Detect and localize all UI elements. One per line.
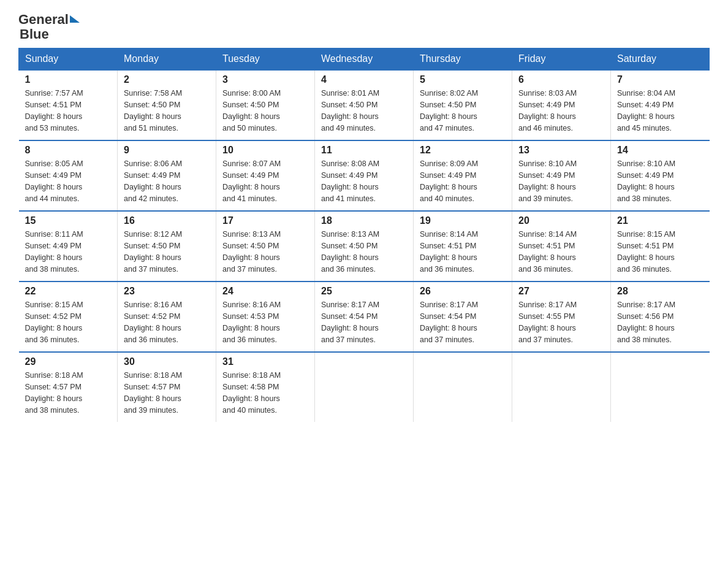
calendar-cell: 28 Sunrise: 8:17 AM Sunset: 4:56 PM Dayl…: [611, 282, 710, 352]
day-info: Sunrise: 8:17 AM Sunset: 4:54 PM Dayligh…: [321, 299, 407, 345]
calendar-cell: 12 Sunrise: 8:09 AM Sunset: 4:49 PM Dayl…: [414, 140, 512, 211]
calendar-cell: 19 Sunrise: 8:14 AM Sunset: 4:51 PM Dayl…: [414, 211, 512, 282]
day-info: Sunrise: 8:00 AM Sunset: 4:50 PM Dayligh…: [222, 88, 308, 134]
day-info: Sunrise: 8:14 AM Sunset: 4:51 PM Dayligh…: [518, 229, 604, 275]
calendar-cell: 6 Sunrise: 8:03 AM Sunset: 4:49 PM Dayli…: [512, 70, 611, 140]
day-info: Sunrise: 8:17 AM Sunset: 4:54 PM Dayligh…: [420, 299, 506, 345]
calendar-cell: 4 Sunrise: 8:01 AM Sunset: 4:50 PM Dayli…: [315, 70, 414, 140]
day-number: 30: [124, 356, 210, 367]
calendar-week-row: 29 Sunrise: 8:18 AM Sunset: 4:57 PM Dayl…: [19, 352, 710, 422]
day-info: Sunrise: 8:01 AM Sunset: 4:50 PM Dayligh…: [321, 88, 407, 134]
day-info: Sunrise: 8:10 AM Sunset: 4:49 PM Dayligh…: [518, 158, 604, 204]
day-number: 28: [617, 286, 703, 297]
calendar-cell: 16 Sunrise: 8:12 AM Sunset: 4:50 PM Dayl…: [118, 211, 216, 282]
day-number: 21: [617, 215, 703, 226]
calendar-table: SundayMondayTuesdayWednesdayThursdayFrid…: [18, 48, 710, 422]
day-number: 13: [518, 145, 604, 156]
day-number: 4: [321, 74, 407, 85]
day-number: 10: [222, 145, 308, 156]
day-number: 9: [124, 145, 210, 156]
header-friday: Friday: [512, 48, 611, 71]
day-info: Sunrise: 8:03 AM Sunset: 4:49 PM Dayligh…: [518, 88, 604, 134]
calendar-cell: 18 Sunrise: 8:13 AM Sunset: 4:50 PM Dayl…: [315, 211, 414, 282]
logo: General Blue: [18, 12, 80, 42]
day-info: Sunrise: 8:06 AM Sunset: 4:49 PM Dayligh…: [124, 158, 210, 204]
day-number: 29: [25, 356, 112, 367]
calendar-cell: 7 Sunrise: 8:04 AM Sunset: 4:49 PM Dayli…: [611, 70, 710, 140]
day-number: 20: [518, 215, 604, 226]
day-info: Sunrise: 8:18 AM Sunset: 4:58 PM Dayligh…: [222, 370, 308, 416]
day-number: 15: [25, 215, 112, 226]
day-number: 3: [222, 74, 308, 85]
calendar-cell: 23 Sunrise: 8:16 AM Sunset: 4:52 PM Dayl…: [118, 282, 216, 352]
logo-general: General: [18, 12, 69, 27]
calendar-cell: 2 Sunrise: 7:58 AM Sunset: 4:50 PM Dayli…: [118, 70, 216, 140]
day-number: 26: [420, 286, 506, 297]
day-info: Sunrise: 8:16 AM Sunset: 4:53 PM Dayligh…: [222, 299, 308, 345]
day-number: 2: [124, 74, 210, 85]
calendar-week-row: 15 Sunrise: 8:11 AM Sunset: 4:49 PM Dayl…: [19, 211, 710, 282]
header-sunday: Sunday: [19, 48, 118, 71]
day-info: Sunrise: 8:13 AM Sunset: 4:50 PM Dayligh…: [321, 229, 407, 275]
calendar-cell: 5 Sunrise: 8:02 AM Sunset: 4:50 PM Dayli…: [414, 70, 512, 140]
calendar-cell: 17 Sunrise: 8:13 AM Sunset: 4:50 PM Dayl…: [216, 211, 315, 282]
calendar-cell: 29 Sunrise: 8:18 AM Sunset: 4:57 PM Dayl…: [19, 352, 118, 422]
day-info: Sunrise: 8:13 AM Sunset: 4:50 PM Dayligh…: [222, 229, 308, 275]
day-info: Sunrise: 8:15 AM Sunset: 4:52 PM Dayligh…: [25, 299, 112, 345]
day-number: 31: [222, 356, 308, 367]
day-info: Sunrise: 8:05 AM Sunset: 4:49 PM Dayligh…: [25, 158, 112, 204]
calendar-cell: 15 Sunrise: 8:11 AM Sunset: 4:49 PM Dayl…: [19, 211, 118, 282]
calendar-cell: 1 Sunrise: 7:57 AM Sunset: 4:51 PM Dayli…: [19, 70, 118, 140]
page-header: General Blue: [18, 12, 710, 42]
calendar-cell: 24 Sunrise: 8:16 AM Sunset: 4:53 PM Dayl…: [216, 282, 315, 352]
calendar-header-row: SundayMondayTuesdayWednesdayThursdayFrid…: [19, 48, 710, 71]
day-info: Sunrise: 8:08 AM Sunset: 4:49 PM Dayligh…: [321, 158, 407, 204]
day-info: Sunrise: 7:57 AM Sunset: 4:51 PM Dayligh…: [25, 88, 112, 134]
day-number: 24: [222, 286, 308, 297]
calendar-cell: [315, 352, 414, 422]
calendar-week-row: 1 Sunrise: 7:57 AM Sunset: 4:51 PM Dayli…: [19, 70, 710, 140]
calendar-cell: 13 Sunrise: 8:10 AM Sunset: 4:49 PM Dayl…: [512, 140, 611, 211]
calendar-cell: 3 Sunrise: 8:00 AM Sunset: 4:50 PM Dayli…: [216, 70, 315, 140]
day-number: 12: [420, 145, 506, 156]
day-info: Sunrise: 8:17 AM Sunset: 4:56 PM Dayligh…: [617, 299, 703, 345]
calendar-cell: 11 Sunrise: 8:08 AM Sunset: 4:49 PM Dayl…: [315, 140, 414, 211]
calendar-cell: 27 Sunrise: 8:17 AM Sunset: 4:55 PM Dayl…: [512, 282, 611, 352]
day-info: Sunrise: 8:10 AM Sunset: 4:49 PM Dayligh…: [617, 158, 703, 204]
calendar-cell: 25 Sunrise: 8:17 AM Sunset: 4:54 PM Dayl…: [315, 282, 414, 352]
header-wednesday: Wednesday: [315, 48, 414, 71]
day-info: Sunrise: 8:11 AM Sunset: 4:49 PM Dayligh…: [25, 229, 112, 275]
day-number: 19: [420, 215, 506, 226]
calendar-week-row: 22 Sunrise: 8:15 AM Sunset: 4:52 PM Dayl…: [19, 282, 710, 352]
day-info: Sunrise: 8:14 AM Sunset: 4:51 PM Dayligh…: [420, 229, 506, 275]
calendar-cell: 14 Sunrise: 8:10 AM Sunset: 4:49 PM Dayl…: [611, 140, 710, 211]
calendar-cell: 22 Sunrise: 8:15 AM Sunset: 4:52 PM Dayl…: [19, 282, 118, 352]
header-tuesday: Tuesday: [216, 48, 315, 71]
day-info: Sunrise: 8:18 AM Sunset: 4:57 PM Dayligh…: [124, 370, 210, 416]
day-info: Sunrise: 8:07 AM Sunset: 4:49 PM Dayligh…: [222, 158, 308, 204]
calendar-week-row: 8 Sunrise: 8:05 AM Sunset: 4:49 PM Dayli…: [19, 140, 710, 211]
day-number: 16: [124, 215, 210, 226]
calendar-cell: [611, 352, 710, 422]
day-info: Sunrise: 8:09 AM Sunset: 4:49 PM Dayligh…: [420, 158, 506, 204]
day-number: 25: [321, 286, 407, 297]
day-info: Sunrise: 8:17 AM Sunset: 4:55 PM Dayligh…: [518, 299, 604, 345]
calendar-cell: 8 Sunrise: 8:05 AM Sunset: 4:49 PM Dayli…: [19, 140, 118, 211]
calendar-cell: 9 Sunrise: 8:06 AM Sunset: 4:49 PM Dayli…: [118, 140, 216, 211]
calendar-cell: 20 Sunrise: 8:14 AM Sunset: 4:51 PM Dayl…: [512, 211, 611, 282]
calendar-cell: [512, 352, 611, 422]
day-number: 17: [222, 215, 308, 226]
day-info: Sunrise: 8:02 AM Sunset: 4:50 PM Dayligh…: [420, 88, 506, 134]
day-number: 14: [617, 145, 703, 156]
calendar-cell: 21 Sunrise: 8:15 AM Sunset: 4:51 PM Dayl…: [611, 211, 710, 282]
day-number: 5: [420, 74, 506, 85]
day-info: Sunrise: 8:12 AM Sunset: 4:50 PM Dayligh…: [124, 229, 210, 275]
day-number: 1: [25, 74, 112, 85]
day-info: Sunrise: 7:58 AM Sunset: 4:50 PM Dayligh…: [124, 88, 210, 134]
day-info: Sunrise: 8:15 AM Sunset: 4:51 PM Dayligh…: [617, 229, 703, 275]
calendar-cell: [414, 352, 512, 422]
day-info: Sunrise: 8:04 AM Sunset: 4:49 PM Dayligh…: [617, 88, 703, 134]
day-number: 27: [518, 286, 604, 297]
day-number: 22: [25, 286, 112, 297]
header-monday: Monday: [118, 48, 216, 71]
